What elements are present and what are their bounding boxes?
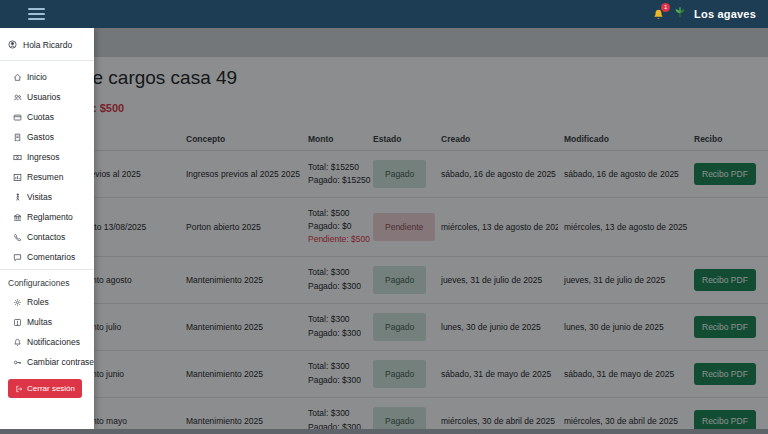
sidebar-item-label: Inicio bbox=[27, 72, 47, 82]
divider bbox=[0, 269, 94, 270]
sidebar-item-label: Usuarios bbox=[27, 92, 61, 102]
sidebar-item-label: Cambiar contraseña bbox=[27, 357, 94, 367]
horizontal-scrollbar[interactable] bbox=[0, 429, 768, 434]
sidebar-item-label: Cuotas bbox=[27, 112, 54, 122]
cash-icon bbox=[13, 153, 22, 162]
sidebar-item-contactos[interactable]: Contactos bbox=[0, 227, 94, 247]
user-greeting-label: Hola Ricardo bbox=[23, 40, 72, 50]
sidebar-item-multas[interactable]: Multas bbox=[0, 312, 94, 332]
sidebar-item-label: Notificaciones bbox=[27, 337, 80, 347]
sidebar-item-reglamento[interactable]: Reglamento bbox=[0, 207, 94, 227]
sidebar-item-label: Ingresos bbox=[27, 152, 60, 162]
walk-icon bbox=[13, 193, 22, 202]
sidebar-item-visitas[interactable]: Visitas bbox=[0, 187, 94, 207]
plant-icon bbox=[673, 5, 687, 23]
exclamation-square-icon bbox=[13, 318, 22, 327]
main-content: Historial de cargos casa 49 Saldo pendie… bbox=[0, 28, 768, 434]
sidebar-item-cambiar-contrase-a[interactable]: Cambiar contraseña bbox=[0, 352, 94, 372]
sidebar-item-cuotas[interactable]: Cuotas bbox=[0, 107, 94, 127]
sidebar-item-label: Contactos bbox=[27, 232, 65, 242]
notifications-bell-icon[interactable]: 1 bbox=[652, 7, 666, 21]
sidebar-item-gastos[interactable]: Gastos bbox=[0, 127, 94, 147]
sidebar-item-ingresos[interactable]: Ingresos bbox=[0, 147, 94, 167]
sidebar-nav-main: InicioUsuariosCuotasGastosIngresosResume… bbox=[0, 67, 94, 267]
sidebar-item-notificaciones[interactable]: Notificaciones bbox=[0, 332, 94, 352]
config-section-label: Configuraciones bbox=[0, 276, 94, 292]
sidebar-item-label: Resumen bbox=[27, 172, 63, 182]
chart-icon bbox=[13, 173, 22, 182]
sidebar-item-roles[interactable]: Roles bbox=[0, 292, 94, 312]
users-icon bbox=[13, 93, 22, 102]
gear-icon bbox=[13, 298, 22, 307]
phone-icon bbox=[13, 233, 22, 242]
receipt-icon bbox=[13, 133, 22, 142]
sidebar-item-label: Reglamento bbox=[27, 212, 73, 222]
bell-icon bbox=[13, 338, 22, 347]
sidebar-menu: Hola Ricardo InicioUsuariosCuotasGastosI… bbox=[0, 28, 94, 429]
sidebar-item-inicio[interactable]: Inicio bbox=[0, 67, 94, 87]
sidebar-item-label: Roles bbox=[27, 297, 49, 307]
sidebar-item-usuarios[interactable]: Usuarios bbox=[0, 87, 94, 107]
sidebar-item-label: Multas bbox=[27, 317, 52, 327]
chat-icon bbox=[13, 253, 22, 262]
navbar-brand[interactable]: Los agaves bbox=[694, 8, 756, 20]
user-greeting: Hola Ricardo bbox=[0, 36, 94, 58]
logout-icon bbox=[15, 385, 23, 393]
sidebar-nav-config: RolesMultasNotificacionesCambiar contras… bbox=[0, 292, 94, 372]
person-circle-icon bbox=[8, 40, 18, 50]
menu-toggle-button[interactable] bbox=[28, 8, 45, 20]
sidebar-item-comentarios[interactable]: Comentarios bbox=[0, 247, 94, 267]
backdrop-overlay[interactable] bbox=[0, 28, 768, 434]
logout-button[interactable]: Cerrar sesión bbox=[8, 379, 82, 398]
card-icon bbox=[13, 113, 22, 122]
divider bbox=[0, 60, 94, 61]
key-icon bbox=[13, 358, 22, 367]
logout-label: Cerrar sesión bbox=[27, 384, 75, 393]
notification-badge: 1 bbox=[661, 3, 670, 12]
sidebar-item-resumen[interactable]: Resumen bbox=[0, 167, 94, 187]
sidebar-item-label: Visitas bbox=[27, 192, 52, 202]
bank-icon bbox=[13, 213, 22, 222]
sidebar-item-label: Gastos bbox=[27, 132, 54, 142]
top-navbar: 1 Los agaves bbox=[0, 0, 768, 28]
sidebar-item-label: Comentarios bbox=[27, 252, 75, 262]
home-icon bbox=[13, 73, 22, 82]
